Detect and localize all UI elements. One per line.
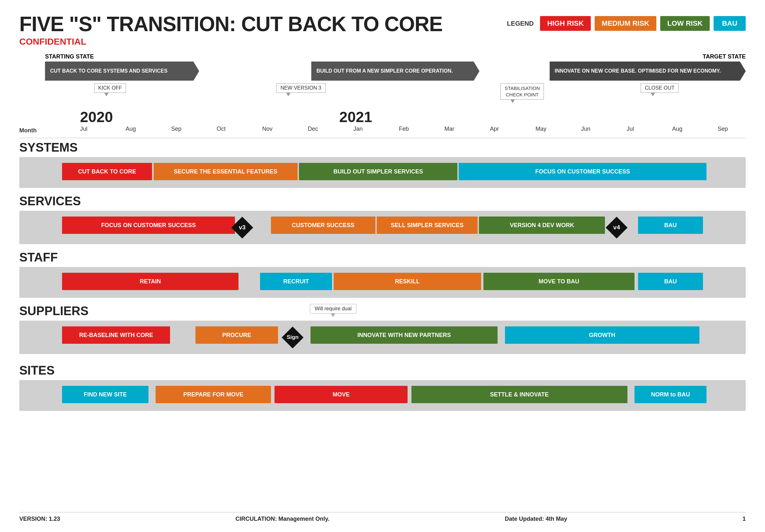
sign-label: Sign (287, 334, 299, 341)
sites-title: SITES (19, 364, 746, 378)
services-bar-v4dev: VERSION 4 DEV WORK (479, 216, 605, 234)
page: FIVE "S" TRANSITION: CUT BACK TO CORE CO… (0, 0, 765, 532)
suppliers-diamond-sign: Sign (282, 326, 304, 348)
services-diamond-v4: v4 (606, 216, 627, 238)
header: FIVE "S" TRANSITION: CUT BACK TO CORE CO… (19, 13, 746, 47)
systems-bar-secure: SECURE THE ESSENTIAL FEATURES (154, 163, 298, 180)
footer: VERSION: 1.23 CIRCULATION: Management On… (19, 512, 746, 522)
services-bar-customer: CUSTOMER SUCCESS (271, 216, 376, 234)
month-aug-2021: Aug (672, 126, 682, 133)
suppliers-bar-innovate: INNOVATE WITH NEW PARTNERS (311, 326, 497, 344)
starting-state-label: STARTING STATE (45, 53, 94, 60)
systems-title: SYSTEMS (19, 141, 746, 154)
timeline-section: STARTING STATE TARGET STATE CUT BACK TO … (19, 53, 746, 138)
month-oct-2020: Oct (217, 126, 226, 133)
month-labels-row: Month Jul Aug Sep Oct Nov Dec Jan Feb Ma… (19, 126, 746, 135)
sites-bar-find: FIND NEW SITE (62, 386, 149, 403)
staff-bar-retain: RETAIN (62, 273, 239, 290)
footer-date: Date Updated: 4th May (505, 516, 567, 522)
sites-bar-norm: NORM to BAU (634, 386, 706, 403)
services-bar-bau: BAU (638, 216, 703, 234)
sites-bar-prepare: PREPARE FOR MOVE (156, 386, 271, 403)
high-risk-badge: HIGH RISK (540, 16, 591, 31)
month-dec-2020: Dec (308, 126, 318, 133)
v3-label: v3 (239, 224, 246, 231)
staff-bar-bau: BAU (638, 273, 703, 290)
sites-bar-settle: SETTLE & INNOVATE (411, 386, 627, 403)
services-title: SERVICES (19, 194, 746, 208)
month-jul-2020: Jul (80, 126, 87, 133)
services-section: SERVICES FOCUS ON CUSTOMER SUCCESS v3 CU… (19, 194, 746, 244)
will-require-dual-annotation: Will require dual (310, 304, 357, 314)
arrow-banner-3: INNOVATE ON NEW CORE BASE. OPTIMISED FOR… (550, 61, 746, 81)
systems-content: CUT BACK TO CORE SECURE THE ESSENTIAL FE… (19, 157, 746, 188)
year-month-row: 2020 2021 (45, 106, 746, 126)
title-area: FIVE "S" TRANSITION: CUT BACK TO CORE CO… (19, 13, 507, 47)
suppliers-bar-rebaseline: RE-BASELINE WITH CORE (62, 326, 170, 344)
kickoff-callout: KICK OFF (94, 83, 126, 93)
staff-content: RETAIN RECRUIT RESKILL MOVE TO BAU BAU (19, 267, 746, 298)
callouts-row: KICK OFF NEW VERSION 3 STABILISATIONCHEC… (45, 83, 746, 106)
bau-badge: BAU (714, 16, 746, 31)
new-version3-callout: NEW VERSION 3 (276, 83, 325, 93)
month-mar-2021: Mar (444, 126, 454, 133)
sites-bar-move: MOVE (275, 386, 407, 403)
services-content: FOCUS ON CUSTOMER SUCCESS v3 CUSTOMER SU… (19, 211, 746, 244)
systems-bar-focus: FOCUS ON CUSTOMER SUCCESS (459, 163, 706, 180)
legend-area: LEGEND HIGH RISK MEDIUM RISK LOW RISK BA… (507, 16, 746, 31)
month-sep-2021: Sep (718, 126, 728, 133)
sites-content: FIND NEW SITE PREPARE FOR MOVE MOVE SETT… (19, 380, 746, 411)
systems-bar-build-out: BUILD OUT SIMPLER SERVICES (299, 163, 457, 180)
legend-label: LEGEND (507, 20, 533, 27)
month-feb-2021: Feb (399, 126, 409, 133)
systems-section: SYSTEMS CUT BACK TO CORE SECURE THE ESSE… (19, 141, 746, 188)
month-aug-2020: Aug (126, 126, 136, 133)
arrow-banners: CUT BACK TO CORE SYSTEMS AND SERVICES BU… (45, 61, 746, 83)
confidential-label: CONFIDENTIAL (19, 37, 507, 47)
staff-bar-reskill: RESKILL (334, 273, 481, 290)
month-nov-2020: Nov (262, 126, 273, 133)
arrow-banner-2: BUILD OUT FROM A NEW SIMPLER CORE OPERAT… (311, 61, 479, 81)
systems-bar-cut-back: CUT BACK TO CORE (62, 163, 152, 180)
suppliers-bar-procure: PROCURE (196, 326, 278, 344)
month-jul-2021: Jul (626, 126, 634, 133)
staff-section: STAFF RETAIN RECRUIT RESKILL MOVE TO BAU… (19, 251, 746, 298)
v4-label: v4 (613, 224, 620, 231)
month-jan-2021: Jan (353, 126, 363, 133)
footer-version: VERSION: 1.23 (19, 516, 60, 522)
footer-page: 1 (742, 516, 746, 522)
suppliers-title: SUPPLIERS (19, 304, 746, 318)
arrow-banner-1: CUT BACK TO CORE SYSTEMS AND SERVICES (45, 61, 199, 81)
suppliers-content: Will require dual RE-BASELINE WITH CORE … (19, 321, 746, 354)
year-2021: 2021 (340, 108, 372, 126)
footer-circulation: CIRCULATION: Management Only. (236, 516, 330, 522)
timeline-divider (19, 138, 746, 138)
staff-bar-recruit: RECRUIT (260, 273, 332, 290)
low-risk-badge: LOW RISK (660, 16, 710, 31)
month-apr-2021: Apr (490, 126, 499, 133)
suppliers-bar-growth: GROWTH (505, 326, 699, 344)
staff-title: STAFF (19, 251, 746, 264)
year-2020: 2020 (80, 108, 113, 126)
month-header: Month (19, 127, 45, 134)
services-bar-focus: FOCUS ON CUSTOMER SUCCESS (62, 216, 235, 234)
target-state-label: TARGET STATE (703, 53, 746, 60)
sites-section: SITES FIND NEW SITE PREPARE FOR MOVE MOV… (19, 364, 746, 411)
month-may-2021: May (535, 126, 546, 133)
main-title: FIVE "S" TRANSITION: CUT BACK TO CORE (19, 13, 507, 35)
medium-risk-badge: MEDIUM RISK (595, 16, 656, 31)
services-bar-sell: SELL SIMPLER SERVICES (377, 216, 478, 234)
stabilisation-callout: STABILISATIONCHECK POINT (500, 83, 544, 100)
month-sep-2020: Sep (171, 126, 181, 133)
suppliers-section: SUPPLIERS Will require dual RE-BASELINE … (19, 304, 746, 354)
month-jun-2021: Jun (581, 126, 590, 133)
close-out-callout: CLOSE OUT (641, 83, 678, 93)
staff-bar-move-bau: MOVE TO BAU (483, 273, 634, 290)
